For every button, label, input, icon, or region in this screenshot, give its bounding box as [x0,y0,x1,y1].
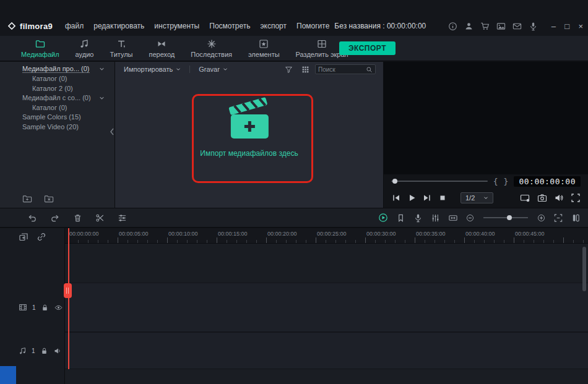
menu-export[interactable]: экспорт [255,22,292,30]
store-icon[interactable] [480,22,490,31]
menu-edit[interactable]: редактировать [89,22,149,30]
audio-track-number: 1 [32,348,35,354]
timeline-scrollbar[interactable] [582,247,586,291]
chevron-down-icon[interactable] [99,66,105,72]
zoom-out-icon[interactable] [466,214,474,222]
timeline-ruler[interactable]: 00:00:00:00 00:00:05:00 00:00:10:00 00:0… [65,228,588,244]
media-panel-header: Импортировать Gravar [115,62,383,77]
scrub-handle[interactable] [392,179,397,184]
search-input[interactable] [318,66,366,73]
mark-in-button[interactable]: { [493,177,498,186]
mail-icon[interactable] [512,22,522,31]
logo-text: filmora9 [20,22,53,31]
export-button[interactable]: ЭКСПОРТ [339,41,396,55]
divider [189,66,190,73]
search-icon[interactable] [366,66,373,73]
tree-item-catalog-2[interactable]: Каталог 2 (0) [0,83,115,93]
gallery-icon[interactable] [496,22,506,31]
zoom-slider-handle[interactable] [507,215,512,220]
preview-panel: { } 00:00:00:00 1/2 [384,62,588,208]
tree-item-label: Каталог (0) [32,75,67,82]
tree-item-catalog[interactable]: Каталог (0) [0,74,115,84]
menu-help[interactable]: Помогите [292,22,334,30]
adjust-icon[interactable] [118,213,127,223]
tree-item-shared-media[interactable]: Медиафайл с со... (0) [0,93,115,103]
link-icon[interactable] [37,232,46,242]
lock-icon[interactable] [41,304,49,312]
tab-titles[interactable]: Титулы [103,39,139,58]
trash-icon[interactable] [73,213,82,223]
preview-screen [384,62,588,174]
chevron-down-icon[interactable] [99,95,105,101]
zoom-in-icon[interactable] [537,214,545,222]
account-icon[interactable] [464,22,473,31]
info-icon[interactable] [448,22,457,31]
folder-icon [35,39,45,49]
timeline: 00:00:00:00 00:00:05:00 00:00:10:00 00:0… [0,228,588,384]
video-track-lane[interactable] [65,283,588,332]
tree-item-label: Каталог 2 (0) [32,85,73,92]
menu-tools[interactable]: инструменты [149,22,204,30]
tree-item-sample-video[interactable]: Sample Video (20) [0,122,115,132]
audio-track-controls: 1 [0,332,65,369]
tab-effects[interactable]: Последствия [184,39,238,58]
playhead-line[interactable] [68,228,69,369]
manage-tracks-icon[interactable] [19,232,28,242]
minimize-button[interactable]: – [547,22,560,31]
menu-view[interactable]: Посмотреть [204,22,255,30]
previous-frame-icon[interactable] [391,193,401,203]
scrub-slider[interactable] [391,181,488,182]
sort-dropdown[interactable]: Gravar [195,66,231,73]
project-title: Без названия : 00:00:00:00 [334,22,426,30]
tree-item-project-media[interactable]: Медиафайл про... (0) [0,64,115,74]
import-media-dropzone[interactable]: Импорт медиафайлов здесь [200,96,298,158]
ruler-label: 00:00:25:00 [317,231,347,237]
sidebar-collapse-icon[interactable] [110,127,115,136]
record-screen-icon[interactable] [520,193,530,203]
snapshot-icon[interactable] [537,193,547,203]
audio-track-lane[interactable] [65,332,588,369]
menu-file[interactable]: файл [60,22,89,30]
stop-icon[interactable] [438,193,447,203]
tab-media[interactable]: Медиафайл [15,39,66,58]
zoom-fit-icon[interactable] [553,213,563,223]
tree-item-catalog-3[interactable]: Каталог (0) [0,103,115,113]
playhead-grip[interactable] [64,283,72,298]
menubar: файл редактировать инструменты Посмотрет… [60,22,334,30]
import-dropdown[interactable]: Импортировать [120,66,184,73]
lock-icon[interactable] [40,347,48,355]
panel-layout-icon[interactable] [571,213,581,223]
marker-icon[interactable] [396,213,405,223]
scrub-row: { } 00:00:00:00 [384,174,588,188]
titlebar: filmora9 файл редактировать инструменты … [0,0,588,36]
grid-view-icon[interactable] [298,66,313,74]
new-folder-icon[interactable] [22,194,33,203]
close-button[interactable]: × [574,22,587,31]
audio-mixer-icon[interactable] [431,213,440,223]
mic-icon[interactable] [529,22,538,31]
timeline-zoom-slider[interactable] [483,217,528,218]
fullscreen-icon[interactable] [571,193,581,203]
maximize-button[interactable]: □ [560,22,574,31]
tab-audio[interactable]: аудио [69,39,100,58]
delete-folder-icon[interactable] [44,194,54,203]
tab-transitions[interactable]: переход [143,39,181,58]
tab-elements[interactable]: элементы [242,39,286,58]
voiceover-mic-icon[interactable] [413,213,423,223]
preview-timecode: 00:00:00:00 [514,176,581,187]
scissors-icon[interactable] [95,213,105,223]
mark-out-button[interactable]: } [504,177,509,186]
tree-item-sample-colors[interactable]: Sample Colors (15) [0,113,115,122]
undo-icon[interactable] [27,213,37,223]
play-icon[interactable] [407,193,417,203]
speaker-icon[interactable] [53,347,62,355]
render-preview-icon[interactable] [378,213,388,223]
next-frame-icon[interactable] [422,193,432,203]
redo-icon[interactable] [50,213,60,223]
filter-icon[interactable] [282,66,296,74]
speaker-icon[interactable] [554,193,564,203]
eye-icon[interactable] [54,304,63,312]
preview-quality-dropdown[interactable]: 1/2 [460,192,493,203]
ruler-label: 00:00:15:00 [218,231,248,237]
fit-timeline-icon[interactable] [448,213,458,223]
